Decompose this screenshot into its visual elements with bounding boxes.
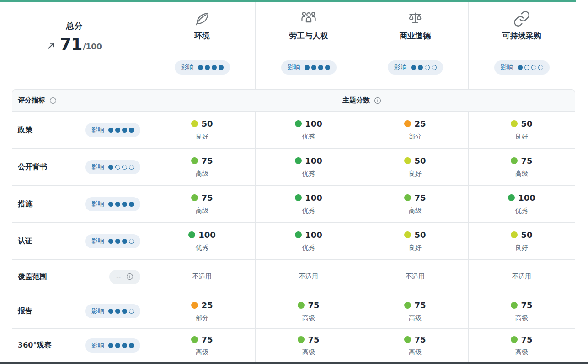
score-rating: 高级 <box>515 170 528 178</box>
impact-badge: 影响 <box>85 160 140 174</box>
score-value: 75 <box>201 156 213 166</box>
impact-badge: 影响 <box>85 123 140 137</box>
impact-dot <box>198 65 203 70</box>
score-value: 50 <box>201 119 213 128</box>
score-line: 75 <box>298 300 319 310</box>
impact-dot <box>311 65 316 70</box>
score-line: 50 <box>191 119 213 128</box>
score-rating: 部分 <box>196 314 208 322</box>
impact-dot <box>418 65 423 70</box>
info-icon[interactable] <box>49 97 57 104</box>
score-rating: 良好 <box>409 170 422 178</box>
scorecard-page: { "colors": { "top_bar": "#45a98b", "bad… <box>0 0 588 364</box>
impact-label: 影响 <box>91 342 104 350</box>
leaf-icon <box>193 10 211 28</box>
score-cell: 100优秀 <box>255 185 362 222</box>
score-dot <box>298 302 305 309</box>
score-value: 50 <box>414 156 426 166</box>
total-score-title: 总分 <box>66 21 83 32</box>
score-cell: 50良好 <box>468 111 575 148</box>
score-cell: 75高级 <box>362 328 468 362</box>
impact-dot <box>108 202 113 207</box>
impact-dot <box>129 165 134 170</box>
score-dot <box>404 157 411 164</box>
score-cell: 75高级 <box>468 294 575 328</box>
criteria-row-inner: 政策影响 <box>12 111 149 148</box>
na-cell: 不适用 <box>362 259 468 294</box>
score-dot <box>404 120 411 127</box>
column-header: 商业道德影响 <box>362 2 468 89</box>
trend-up-icon <box>47 41 56 50</box>
impact-dot <box>531 65 536 70</box>
score-rating: 高级 <box>196 170 208 178</box>
impact-dot <box>115 239 120 244</box>
impact-dots <box>108 165 134 170</box>
score-dot <box>191 120 198 127</box>
impact-dot <box>108 239 113 244</box>
score-cell: 75高级 <box>149 328 255 362</box>
score-cell: 75高级 <box>468 148 575 185</box>
impact-dot <box>115 202 120 207</box>
score-cell: 100优秀 <box>149 222 255 259</box>
criteria-row-label-cell: 政策影响 <box>0 111 149 148</box>
impact-label: 影响 <box>394 64 407 72</box>
coverage-dash: -- <box>116 273 121 280</box>
score-value: 75 <box>521 156 532 166</box>
score-line: 25 <box>404 119 426 128</box>
impact-badge: 影响 <box>85 234 140 248</box>
score-rating: 优秀 <box>302 133 315 141</box>
score-rating: 良好 <box>196 133 208 141</box>
score-cell: 75高级 <box>362 185 468 222</box>
score-rating: 良好 <box>515 244 528 252</box>
info-icon[interactable] <box>374 97 381 104</box>
criteria-row-label-cell: 认证影响 <box>0 222 149 259</box>
score-line: 75 <box>511 335 532 344</box>
criteria-row-label-cell: 公开背书影响 <box>0 148 149 185</box>
impact-dot <box>115 309 120 314</box>
score-rating: 高级 <box>409 348 422 357</box>
impact-dots <box>108 239 134 244</box>
score-cell: 50良好 <box>468 222 575 259</box>
column-title: 商业道德 <box>400 31 431 41</box>
impact-dot <box>411 65 416 70</box>
impact-label: 影响 <box>181 64 194 72</box>
score-dot <box>511 336 518 343</box>
score-value: 100 <box>198 230 216 240</box>
score-cell: 75高级 <box>468 328 575 362</box>
column-title: 环境 <box>194 31 210 41</box>
score-line: 75 <box>191 193 213 203</box>
impact-badge: 影响 <box>85 338 140 353</box>
score-line: 75 <box>404 193 426 203</box>
na-label: 不适用 <box>192 273 212 281</box>
info-icon[interactable] <box>126 273 134 280</box>
score-rating: 高级 <box>196 207 208 215</box>
impact-dots <box>198 65 224 70</box>
na-cell: 不适用 <box>149 259 255 294</box>
score-rating: 高级 <box>409 314 422 322</box>
score-dot <box>511 120 518 127</box>
impact-label: 影响 <box>91 200 104 208</box>
impact-label: 影响 <box>91 307 104 316</box>
score-dot <box>295 120 302 127</box>
criteria-row-inner: 360°观察影响 <box>12 328 149 362</box>
score-dot <box>295 157 302 164</box>
score-cell: 75高级 <box>362 294 468 328</box>
score-rating: 高级 <box>515 348 528 357</box>
impact-dot <box>129 343 134 348</box>
impact-dots <box>108 128 134 133</box>
impact-badge: 影响 <box>494 60 550 75</box>
score-line: 75 <box>404 300 426 310</box>
score-line: 50 <box>511 230 532 240</box>
impact-dots <box>108 343 134 348</box>
score-value: 75 <box>201 335 213 344</box>
score-dot <box>404 231 411 238</box>
coverage-na-badge: -- <box>109 270 140 284</box>
score-cell: 100优秀 <box>255 111 362 148</box>
score-value: 75 <box>414 300 426 310</box>
impact-badge: 影响 <box>85 197 140 211</box>
score-cell: 50良好 <box>362 148 468 185</box>
criteria-label: 报告 <box>18 306 32 316</box>
impact-dots <box>518 65 543 70</box>
impact-dot <box>108 343 113 348</box>
impact-dot <box>129 202 134 207</box>
